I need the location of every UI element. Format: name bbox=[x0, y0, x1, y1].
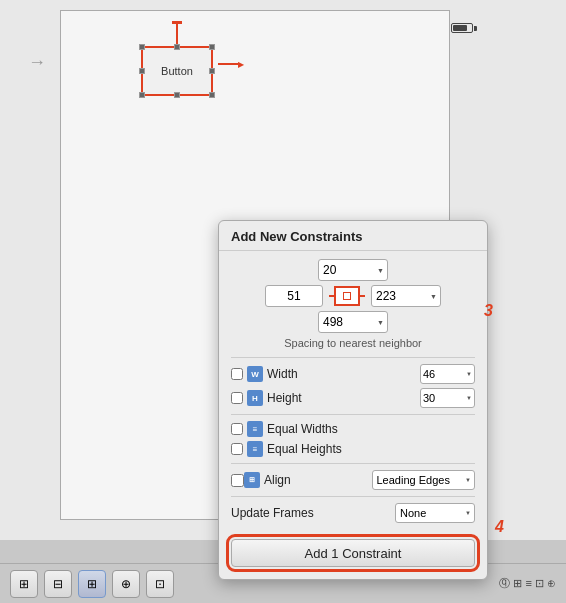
equal-heights-icon: ≡ bbox=[247, 441, 263, 457]
align-row: ⊞ Align Leading Edges Trailing Edges Top… bbox=[231, 470, 475, 490]
spacing-label: Spacing to nearest neighbor bbox=[231, 337, 475, 349]
update-frames-row: Update Frames None Items of New Constrai… bbox=[231, 503, 475, 523]
top-spacing-select[interactable]: 20 bbox=[318, 259, 388, 281]
right-spacing-dropdown[interactable]: 223 bbox=[371, 285, 441, 307]
height-label: Height bbox=[267, 391, 420, 405]
panel-body: 20 223 bbox=[219, 251, 487, 539]
bottom-spacing-row: 498 bbox=[231, 311, 475, 333]
divider-1 bbox=[231, 357, 475, 358]
align-option-dropdown[interactable]: Leading Edges Trailing Edges Top Edges B… bbox=[372, 470, 476, 490]
toolbar-icon-2: ⊟ bbox=[53, 577, 63, 591]
equal-widths-row: ≡ Equal Widths bbox=[231, 421, 475, 437]
divider-4 bbox=[231, 496, 475, 497]
toolbar-btn-4[interactable]: ⊕ bbox=[112, 570, 140, 598]
toolbar-right: ⓠ ⊞ ≡ ⊡ ⊕ bbox=[499, 576, 556, 591]
h-constraint-inner bbox=[343, 292, 351, 300]
handle-tl[interactable] bbox=[139, 44, 145, 50]
width-icon: W bbox=[247, 366, 263, 382]
width-value-select[interactable]: 46 bbox=[420, 364, 475, 384]
handle-tc[interactable] bbox=[174, 44, 180, 50]
top-spacing-dropdown[interactable]: 20 bbox=[318, 259, 388, 281]
height-icon: H bbox=[247, 390, 263, 406]
equal-heights-checkbox[interactable] bbox=[231, 443, 243, 455]
height-value-select[interactable]: 30 bbox=[420, 388, 475, 408]
middle-spacing-row: 223 bbox=[231, 285, 475, 307]
panel-title: Add New Constraints bbox=[219, 221, 487, 251]
annotation-4: 4 bbox=[495, 518, 504, 536]
align-label: Align bbox=[264, 473, 368, 487]
annotation-3: 3 bbox=[484, 302, 493, 320]
left-arrow-indicator: → bbox=[28, 52, 46, 73]
top-spacing-row: 20 bbox=[231, 259, 475, 281]
divider-3 bbox=[231, 463, 475, 464]
toolbar-btn-5[interactable]: ⊡ bbox=[146, 570, 174, 598]
height-checkbox[interactable] bbox=[231, 392, 243, 404]
toolbar-icon-4: ⊕ bbox=[121, 577, 131, 591]
handle-tr[interactable] bbox=[209, 44, 215, 50]
equal-widths-label: Equal Widths bbox=[267, 422, 475, 436]
width-label: Width bbox=[267, 367, 420, 381]
button-widget-label: Button bbox=[161, 65, 193, 77]
handle-bc[interactable] bbox=[174, 92, 180, 98]
equal-widths-checkbox[interactable] bbox=[231, 423, 243, 435]
width-row: W Width 46 bbox=[231, 364, 475, 384]
handle-mr[interactable] bbox=[209, 68, 215, 74]
update-frames-dropdown[interactable]: None Items of New Constraints All Frames… bbox=[395, 503, 475, 523]
handle-bl[interactable] bbox=[139, 92, 145, 98]
align-checkbox[interactable] bbox=[231, 474, 244, 487]
toolbar-icon-5: ⊡ bbox=[155, 577, 165, 591]
handle-br[interactable] bbox=[209, 92, 215, 98]
equal-widths-icon: ≡ bbox=[247, 421, 263, 437]
right-spacing-select[interactable]: 223 bbox=[371, 285, 441, 307]
handle-ml[interactable] bbox=[139, 68, 145, 74]
toolbar-btn-2[interactable]: ⊟ bbox=[44, 570, 72, 598]
bottom-spacing-dropdown[interactable]: 498 bbox=[318, 311, 388, 333]
battery-icon bbox=[451, 23, 473, 33]
align-option-select[interactable]: Leading Edges Trailing Edges Top Edges B… bbox=[372, 470, 476, 490]
update-frames-select[interactable]: None Items of New Constraints All Frames… bbox=[395, 503, 475, 523]
height-row: H Height 30 bbox=[231, 388, 475, 408]
add-constraints-panel: Add New Constraints 20 22 bbox=[218, 220, 488, 580]
right-constraint-line bbox=[218, 63, 238, 65]
button-widget[interactable]: Button bbox=[141, 46, 213, 96]
toolbar-btn-1[interactable]: ⊞ bbox=[10, 570, 38, 598]
height-value-dropdown[interactable]: 30 bbox=[420, 388, 475, 408]
toolbar-icon-3: ⊞ bbox=[87, 577, 97, 591]
bottom-spacing-select[interactable]: 498 bbox=[318, 311, 388, 333]
width-checkbox[interactable] bbox=[231, 368, 243, 380]
add-constraint-button[interactable]: Add 1 Constraint bbox=[231, 539, 475, 567]
width-value-dropdown[interactable]: 46 bbox=[420, 364, 475, 384]
left-spacing-input[interactable] bbox=[265, 285, 323, 307]
toolbar-btn-3[interactable]: ⊞ bbox=[78, 570, 106, 598]
update-frames-label: Update Frames bbox=[231, 506, 314, 520]
equal-heights-row: ≡ Equal Heights bbox=[231, 441, 475, 457]
align-icon: ⊞ bbox=[244, 472, 260, 488]
toolbar-icon-1: ⊞ bbox=[19, 577, 29, 591]
divider-2 bbox=[231, 414, 475, 415]
toolbar-right-icons: ⓠ ⊞ ≡ ⊡ ⊕ bbox=[499, 576, 556, 591]
equal-heights-label: Equal Heights bbox=[267, 442, 475, 456]
h-constraint-icon[interactable] bbox=[334, 286, 360, 306]
